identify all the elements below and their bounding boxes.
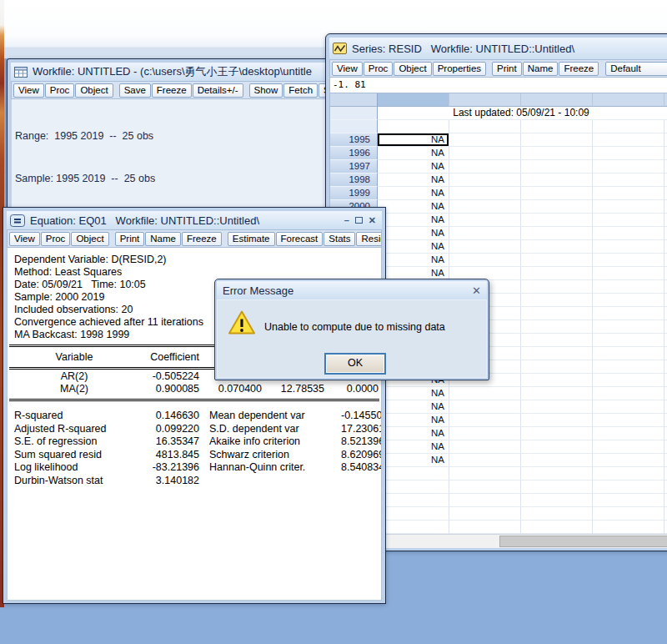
series-cell[interactable]: [521, 240, 593, 254]
series-cell[interactable]: [521, 280, 593, 294]
series-cell[interactable]: [521, 307, 593, 320]
series-cell[interactable]: [593, 414, 664, 427]
series-cell[interactable]: [449, 427, 521, 440]
series-cell[interactable]: [521, 467, 593, 480]
toolbar-button-show[interactable]: Show: [249, 83, 283, 98]
series-cell[interactable]: [449, 214, 521, 227]
series-cell[interactable]: NA: [378, 187, 449, 200]
toolbar-button-stats[interactable]: Stats: [323, 232, 355, 246]
column-header[interactable]: [593, 93, 664, 107]
series-cell[interactable]: [449, 187, 521, 200]
error-dialog-titlebar[interactable]: Error Message ✕: [217, 281, 487, 299]
series-cell[interactable]: [593, 320, 664, 334]
series-cell[interactable]: [449, 133, 521, 147]
series-cell[interactable]: NA: [378, 454, 449, 467]
series-cell[interactable]: [593, 440, 664, 454]
series-cell[interactable]: [449, 467, 521, 480]
series-cell[interactable]: [449, 160, 521, 174]
series-cell[interactable]: [449, 440, 521, 454]
series-cell[interactable]: [378, 521, 449, 534]
toolbar-button-object[interactable]: Object: [394, 62, 431, 76]
toolbar-button-name[interactable]: Name: [523, 62, 559, 76]
series-cell[interactable]: NA: [378, 147, 449, 160]
toolbar-button-proc[interactable]: Proc: [45, 83, 75, 98]
toolbar-button-view[interactable]: View: [13, 83, 44, 98]
maximize-button[interactable]: [355, 217, 363, 224]
toolbar-button-freeze[interactable]: Freeze: [152, 83, 192, 98]
series-cell[interactable]: [449, 147, 521, 160]
equation-titlebar[interactable]: Equation: EQ01 Workfile: UNTITLED::Untit…: [7, 211, 382, 229]
toolbar-button-object[interactable]: Object: [71, 232, 108, 246]
ok-button[interactable]: OK: [324, 353, 386, 375]
series-cell[interactable]: [449, 494, 521, 507]
obs-label[interactable]: 1995: [330, 133, 378, 147]
series-cell[interactable]: [593, 240, 664, 254]
obs-label[interactable]: 1996: [330, 147, 378, 160]
series-cell[interactable]: [593, 307, 664, 320]
series-cell[interactable]: [593, 280, 664, 294]
series-cell[interactable]: [521, 427, 593, 440]
series-cell[interactable]: [521, 521, 593, 534]
sample-dropdown[interactable]: Default: [605, 62, 667, 76]
series-cell[interactable]: [593, 494, 664, 507]
series-cell[interactable]: NA: [378, 160, 449, 174]
series-cell[interactable]: [449, 200, 521, 214]
toolbar-button-object[interactable]: Object: [75, 83, 113, 98]
series-cell[interactable]: [521, 267, 593, 280]
series-cell[interactable]: [521, 387, 593, 400]
toolbar-button-view[interactable]: View: [9, 232, 40, 246]
selected-column-header[interactable]: [378, 93, 449, 107]
series-cell[interactable]: [378, 480, 449, 494]
series-cell[interactable]: NA: [378, 200, 449, 214]
series-cell[interactable]: [521, 347, 593, 360]
series-cell[interactable]: NA: [378, 427, 449, 440]
toolbar-button-properties[interactable]: Properties: [433, 62, 486, 76]
series-cell[interactable]: [521, 494, 593, 507]
series-cell[interactable]: [521, 374, 593, 387]
series-cell[interactable]: NA: [378, 414, 449, 427]
series-cell-selected[interactable]: NA: [378, 133, 449, 147]
series-cell[interactable]: [449, 480, 521, 494]
series-cell[interactable]: [378, 467, 449, 480]
cell-edit-field[interactable]: -1. 81: [329, 78, 667, 93]
series-cell[interactable]: [521, 187, 593, 200]
series-cell[interactable]: NA: [378, 400, 449, 414]
series-cell[interactable]: [521, 160, 593, 174]
series-cell[interactable]: NA: [378, 254, 449, 267]
series-cell[interactable]: [521, 400, 593, 414]
series-cell[interactable]: [521, 480, 593, 494]
series-cell[interactable]: [593, 347, 664, 360]
series-cell[interactable]: NA: [378, 174, 449, 187]
series-cell[interactable]: [449, 120, 521, 133]
series-cell[interactable]: [521, 294, 593, 307]
series-cell[interactable]: [593, 387, 664, 400]
series-cell[interactable]: [593, 160, 664, 174]
column-header[interactable]: [521, 93, 593, 107]
toolbar-button-freeze[interactable]: Freeze: [182, 232, 222, 246]
toolbar-button-resids[interactable]: Resids: [356, 232, 382, 246]
series-cell[interactable]: [449, 254, 521, 267]
obs-label[interactable]: 1999: [330, 187, 378, 200]
toolbar-button-print[interactable]: Print: [492, 62, 522, 76]
series-cell[interactable]: [593, 427, 664, 440]
toolbar-button-view[interactable]: View: [332, 62, 363, 76]
series-cell[interactable]: NA: [378, 240, 449, 254]
minimize-button[interactable]: –: [344, 215, 349, 225]
series-cell[interactable]: [521, 360, 593, 374]
series-cell[interactable]: [593, 120, 664, 133]
series-cell[interactable]: [521, 320, 593, 334]
series-cell[interactable]: [449, 414, 521, 427]
obs-label[interactable]: 1997: [330, 160, 378, 174]
series-cell[interactable]: NA: [378, 214, 449, 227]
series-cell[interactable]: [521, 454, 593, 467]
toolbar-button-estimate[interactable]: Estimate: [228, 232, 275, 246]
series-cell[interactable]: [449, 387, 521, 400]
series-cell[interactable]: [449, 174, 521, 187]
series-cell[interactable]: [593, 133, 664, 147]
series-cell[interactable]: [449, 227, 521, 240]
scrollbar-thumb[interactable]: [499, 536, 667, 547]
series-cell[interactable]: [593, 360, 664, 374]
column-header[interactable]: [449, 93, 521, 107]
series-cell[interactable]: [378, 507, 449, 521]
series-cell[interactable]: [521, 414, 593, 427]
